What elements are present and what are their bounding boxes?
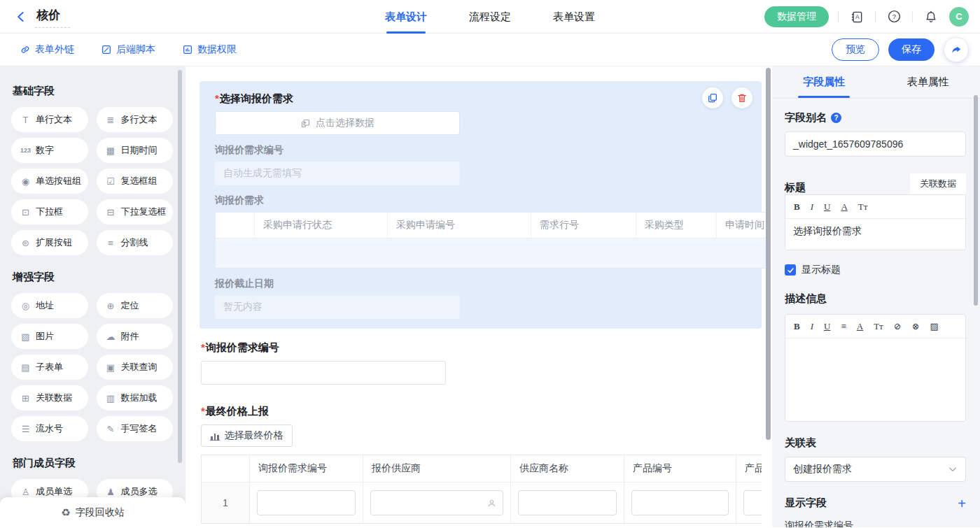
field-final-price[interactable]: *最终价格上报 选择最终价格 询报价需求编号 报价供应商 供应商名称 产品编号 … bbox=[201, 405, 772, 524]
description-rich-editor[interactable]: B I U ≡ A Tᴛ ⊘ ⊗ ▨ bbox=[785, 314, 966, 422]
field-pill-signature[interactable]: ✎手写签名 bbox=[97, 416, 174, 441]
data-manage-button[interactable]: 数据管理 bbox=[764, 6, 829, 27]
divider bbox=[912, 11, 913, 22]
delete-widget-button[interactable] bbox=[732, 87, 752, 108]
avatar[interactable]: C bbox=[949, 7, 969, 27]
back-button[interactable] bbox=[13, 8, 29, 25]
recycle-label: 字段回收站 bbox=[76, 506, 125, 519]
field-pill-address[interactable]: ◎地址 bbox=[11, 293, 88, 318]
show-title-label: 显示标题 bbox=[802, 264, 841, 276]
selected-widget-linked-data[interactable]: *选择询报价需求 点击选择数据 询报价需求编号 自动生成无需填写 询报价需求 采… bbox=[200, 81, 762, 329]
field-request-number[interactable]: *询报价需求编号 bbox=[201, 341, 772, 385]
data-permission-button[interactable]: 数据权限 bbox=[182, 43, 237, 56]
share-button[interactable] bbox=[944, 37, 969, 62]
field-library-sidebar: 基础字段 T单行文本 ≣多行文本 123数字 ▦日期时间 ◉单选按钮组 ☑复选框… bbox=[0, 66, 186, 527]
insert-image-icon[interactable]: ▨ bbox=[930, 321, 939, 332]
field-pill-attachment[interactable]: ☁附件 bbox=[97, 324, 174, 349]
bold-icon[interactable]: B bbox=[794, 321, 800, 332]
title-rich-editor[interactable]: B I U A Tᴛ 选择询报价需求 bbox=[785, 194, 966, 250]
field-pill-linked-data[interactable]: ⊞关联数据 bbox=[11, 385, 88, 411]
field-pill-single-text[interactable]: T单行文本 bbox=[11, 107, 88, 132]
table-header: 报价供应商 bbox=[363, 455, 511, 482]
notification-bell-icon[interactable] bbox=[922, 8, 940, 26]
field-pill-data-load[interactable]: ▥数据加载 bbox=[97, 385, 174, 411]
request-no-input: 自动生成无需填写 bbox=[215, 162, 460, 185]
tab-flow-setting[interactable]: 流程设定 bbox=[469, 0, 511, 34]
alias-input[interactable]: _widget_1657609785096 bbox=[785, 131, 966, 157]
cell-input-supplier-name[interactable] bbox=[518, 490, 617, 515]
font-size-icon[interactable]: Tᴛ bbox=[874, 321, 883, 332]
backend-script-button[interactable]: 后端脚本 bbox=[101, 43, 155, 56]
field-pill-multi-dropdown[interactable]: ⊟下拉复选框 bbox=[97, 199, 174, 224]
properties-panel: 字段属性 表单属性 字段别名 ? _widget_1657609785096 标… bbox=[772, 66, 980, 527]
pill-label: 多行文本 bbox=[121, 113, 158, 126]
insert-link-icon[interactable]: ⊘ bbox=[894, 321, 902, 332]
panel-scrollbar[interactable] bbox=[974, 95, 978, 306]
strikethrough-icon[interactable]: ≡ bbox=[841, 321, 846, 332]
page-title[interactable]: 核价 bbox=[35, 6, 70, 28]
field-pill-serial-number[interactable]: ☰流水号 bbox=[11, 416, 88, 441]
remove-link-icon[interactable]: ⊗ bbox=[912, 321, 920, 332]
description-editor-content[interactable] bbox=[785, 338, 965, 421]
field-pill-dropdown[interactable]: ⊡下拉框 bbox=[11, 199, 88, 224]
font-size-icon[interactable]: Tᴛ bbox=[858, 201, 868, 213]
script-icon bbox=[101, 44, 112, 55]
member-multi-icon: ♟ bbox=[106, 487, 116, 497]
font-color-icon[interactable]: A bbox=[841, 201, 847, 213]
tab-form-design[interactable]: 表单设计 bbox=[385, 0, 427, 34]
save-button[interactable]: 保存 bbox=[888, 38, 934, 61]
checkbox-checked-icon[interactable] bbox=[785, 264, 796, 276]
external-link-button[interactable]: 表单外链 bbox=[20, 43, 74, 56]
bold-icon[interactable]: B bbox=[794, 201, 800, 213]
data-load-icon: ▥ bbox=[106, 393, 116, 404]
field-pill-multi-text[interactable]: ≣多行文本 bbox=[97, 107, 174, 132]
sidebar-scrollbar[interactable] bbox=[178, 70, 182, 463]
field-pill-divider-line[interactable]: ≡分割线 bbox=[97, 230, 174, 255]
field-pill-extend-button[interactable]: ⊜扩展按钮 bbox=[11, 230, 88, 255]
chevron-down-icon bbox=[948, 464, 958, 474]
table-header: 采购类型 bbox=[636, 213, 717, 238]
tab-field-properties[interactable]: 字段属性 bbox=[772, 66, 876, 98]
empty-table-row bbox=[216, 238, 767, 268]
form-canvas[interactable]: *选择询报价需求 点击选择数据 询报价需求编号 自动生成无需填写 询报价需求 采… bbox=[186, 66, 772, 527]
field-pill-location[interactable]: ⊕定位 bbox=[97, 293, 174, 318]
field-recycle-bin[interactable]: ♻ 字段回收站 bbox=[0, 497, 186, 527]
address-book-icon[interactable]: A bbox=[848, 8, 866, 26]
show-title-checkbox-row[interactable]: 显示标题 bbox=[785, 264, 966, 276]
cell-input-supplier[interactable] bbox=[370, 490, 503, 515]
table-row: 1 bbox=[202, 482, 762, 523]
related-table-select[interactable]: 创建报价需求 bbox=[785, 457, 966, 482]
canvas-scrollbar[interactable] bbox=[766, 68, 771, 440]
field-pill-number[interactable]: 123数字 bbox=[11, 138, 88, 163]
cell-input-product-name[interactable] bbox=[743, 490, 762, 515]
italic-icon[interactable]: I bbox=[811, 321, 813, 332]
tab-form-properties[interactable]: 表单属性 bbox=[876, 66, 980, 98]
italic-icon[interactable]: I bbox=[811, 201, 813, 213]
alias-help-icon[interactable]: ? bbox=[831, 113, 841, 123]
tab-form-setting[interactable]: 表单设置 bbox=[553, 0, 595, 34]
title-editor-content[interactable]: 选择询报价需求 bbox=[785, 219, 965, 250]
field-pill-radio-group[interactable]: ◉单选按钮组 bbox=[11, 169, 88, 194]
field-pill-subform[interactable]: ▤子表单 bbox=[11, 355, 88, 380]
underline-icon[interactable]: U bbox=[824, 201, 830, 213]
preview-button[interactable]: 预览 bbox=[832, 38, 879, 61]
select-data-button[interactable]: 点击选择数据 bbox=[215, 111, 460, 135]
pick-final-price-button[interactable]: 选择最终价格 bbox=[201, 424, 293, 447]
field-pill-linked-query[interactable]: ▣关联查询 bbox=[97, 355, 174, 380]
help-icon[interactable]: ? bbox=[885, 8, 903, 26]
cell-input-product-no[interactable] bbox=[631, 490, 729, 515]
backend-script-label: 后端脚本 bbox=[116, 43, 155, 56]
cell-input-request-no[interactable] bbox=[257, 490, 356, 515]
add-display-field-button[interactable]: + bbox=[958, 497, 966, 510]
field-pill-checkbox-group[interactable]: ☑复选框组 bbox=[97, 169, 174, 194]
underline-icon[interactable]: U bbox=[824, 321, 830, 332]
request-number-input[interactable] bbox=[201, 361, 446, 385]
divider-line-icon: ≡ bbox=[106, 238, 116, 248]
linked-data-button[interactable]: 关联数据 bbox=[910, 173, 966, 194]
pick-data-icon bbox=[300, 118, 311, 129]
field-pill-datetime[interactable]: ▦日期时间 bbox=[97, 138, 174, 163]
copy-widget-button[interactable] bbox=[702, 87, 723, 108]
address-pin-icon: ◎ bbox=[20, 301, 31, 311]
font-color-icon[interactable]: A bbox=[857, 321, 863, 332]
field-pill-image[interactable]: ▧图片 bbox=[11, 324, 88, 349]
